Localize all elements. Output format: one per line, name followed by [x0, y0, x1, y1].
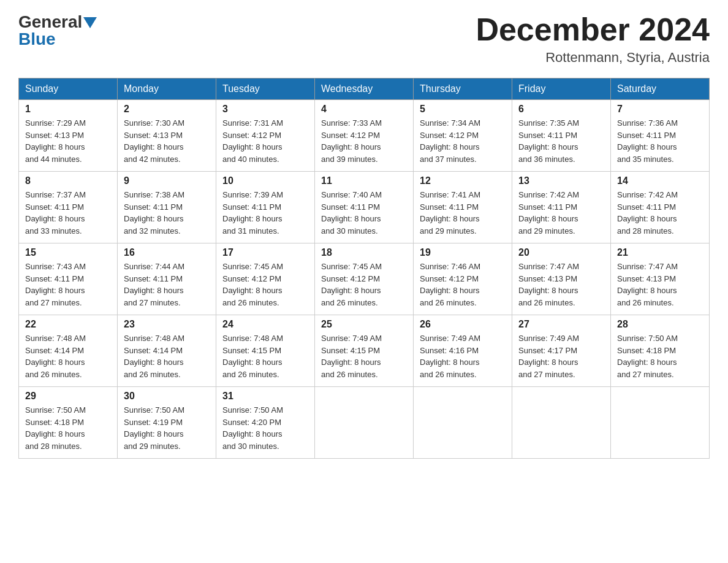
page-header: General Blue December 2024 Rottenmann, S… [18, 12, 710, 66]
day-number: 4 [321, 104, 407, 115]
day-number: 9 [124, 175, 210, 186]
day-info: Sunrise: 7:35 AM Sunset: 4:11 PM Dayligh… [518, 117, 604, 165]
calendar-cell: 14 Sunrise: 7:42 AM Sunset: 4:11 PM Dayl… [611, 172, 710, 243]
day-number: 22 [25, 319, 111, 330]
calendar-week-row: 22 Sunrise: 7:48 AM Sunset: 4:14 PM Dayl… [19, 315, 710, 387]
day-number: 13 [518, 175, 604, 186]
calendar-cell: 30 Sunrise: 7:50 AM Sunset: 4:19 PM Dayl… [118, 387, 216, 459]
day-number: 11 [321, 175, 407, 186]
calendar-cell: 8 Sunrise: 7:37 AM Sunset: 4:11 PM Dayli… [19, 172, 118, 243]
col-header-sunday: Sunday [19, 79, 118, 100]
day-info: Sunrise: 7:31 AM Sunset: 4:12 PM Dayligh… [222, 117, 308, 165]
day-info: Sunrise: 7:39 AM Sunset: 4:11 PM Dayligh… [222, 189, 308, 237]
calendar-cell: 18 Sunrise: 7:45 AM Sunset: 4:12 PM Dayl… [315, 243, 414, 315]
day-number: 26 [420, 319, 506, 330]
calendar-cell: 13 Sunrise: 7:42 AM Sunset: 4:11 PM Dayl… [512, 172, 611, 243]
calendar-cell: 7 Sunrise: 7:36 AM Sunset: 4:11 PM Dayli… [611, 100, 710, 172]
day-info: Sunrise: 7:43 AM Sunset: 4:11 PM Dayligh… [25, 261, 111, 308]
day-number: 7 [617, 104, 703, 115]
day-info: Sunrise: 7:48 AM Sunset: 4:14 PM Dayligh… [124, 332, 210, 380]
calendar-cell: 27 Sunrise: 7:49 AM Sunset: 4:17 PM Dayl… [512, 315, 611, 387]
calendar-cell: 4 Sunrise: 7:33 AM Sunset: 4:12 PM Dayli… [315, 100, 414, 172]
day-info: Sunrise: 7:33 AM Sunset: 4:12 PM Dayligh… [321, 117, 407, 165]
month-title: December 2024 [476, 12, 710, 47]
day-info: Sunrise: 7:42 AM Sunset: 4:11 PM Dayligh… [617, 189, 703, 237]
day-info: Sunrise: 7:49 AM Sunset: 4:15 PM Dayligh… [321, 332, 407, 380]
calendar-cell: 3 Sunrise: 7:31 AM Sunset: 4:12 PM Dayli… [216, 100, 315, 172]
logo-arrow-icon [83, 17, 97, 28]
day-info: Sunrise: 7:45 AM Sunset: 4:12 PM Dayligh… [222, 261, 308, 308]
day-info: Sunrise: 7:49 AM Sunset: 4:17 PM Dayligh… [518, 332, 604, 380]
svg-marker-0 [83, 17, 97, 28]
calendar-cell [611, 387, 710, 459]
day-info: Sunrise: 7:38 AM Sunset: 4:11 PM Dayligh… [124, 189, 210, 237]
calendar-cell: 10 Sunrise: 7:39 AM Sunset: 4:11 PM Dayl… [216, 172, 315, 243]
day-number: 3 [222, 104, 308, 115]
day-number: 1 [25, 104, 111, 115]
day-number: 15 [25, 247, 111, 258]
day-number: 31 [222, 391, 308, 402]
day-info: Sunrise: 7:50 AM Sunset: 4:19 PM Dayligh… [124, 404, 210, 452]
calendar-cell [414, 387, 512, 459]
day-number: 24 [222, 319, 308, 330]
calendar-cell: 17 Sunrise: 7:45 AM Sunset: 4:12 PM Dayl… [216, 243, 315, 315]
calendar-cell: 28 Sunrise: 7:50 AM Sunset: 4:18 PM Dayl… [611, 315, 710, 387]
day-info: Sunrise: 7:50 AM Sunset: 4:18 PM Dayligh… [25, 404, 111, 452]
day-number: 27 [518, 319, 604, 330]
calendar-table: SundayMondayTuesdayWednesdayThursdayFrid… [18, 78, 710, 459]
day-info: Sunrise: 7:45 AM Sunset: 4:12 PM Dayligh… [321, 261, 407, 308]
calendar-cell: 11 Sunrise: 7:40 AM Sunset: 4:11 PM Dayl… [315, 172, 414, 243]
day-info: Sunrise: 7:37 AM Sunset: 4:11 PM Dayligh… [25, 189, 111, 237]
day-info: Sunrise: 7:42 AM Sunset: 4:11 PM Dayligh… [518, 189, 604, 237]
calendar-cell: 12 Sunrise: 7:41 AM Sunset: 4:11 PM Dayl… [414, 172, 512, 243]
day-number: 12 [420, 175, 506, 186]
day-number: 20 [518, 247, 604, 258]
calendar-cell: 23 Sunrise: 7:48 AM Sunset: 4:14 PM Dayl… [118, 315, 216, 387]
day-info: Sunrise: 7:36 AM Sunset: 4:11 PM Dayligh… [617, 117, 703, 165]
calendar-cell: 5 Sunrise: 7:34 AM Sunset: 4:12 PM Dayli… [414, 100, 512, 172]
day-info: Sunrise: 7:47 AM Sunset: 4:13 PM Dayligh… [518, 261, 604, 308]
calendar-cell: 26 Sunrise: 7:49 AM Sunset: 4:16 PM Dayl… [414, 315, 512, 387]
day-info: Sunrise: 7:50 AM Sunset: 4:18 PM Dayligh… [617, 332, 703, 380]
day-number: 30 [124, 391, 210, 402]
calendar-cell: 29 Sunrise: 7:50 AM Sunset: 4:18 PM Dayl… [19, 387, 118, 459]
day-number: 5 [420, 104, 506, 115]
day-info: Sunrise: 7:47 AM Sunset: 4:13 PM Dayligh… [617, 261, 703, 308]
calendar-week-row: 29 Sunrise: 7:50 AM Sunset: 4:18 PM Dayl… [19, 387, 710, 459]
day-number: 23 [124, 319, 210, 330]
day-info: Sunrise: 7:40 AM Sunset: 4:11 PM Dayligh… [321, 189, 407, 237]
day-info: Sunrise: 7:50 AM Sunset: 4:20 PM Dayligh… [222, 404, 308, 452]
calendar-cell: 16 Sunrise: 7:44 AM Sunset: 4:11 PM Dayl… [118, 243, 216, 315]
calendar-cell: 20 Sunrise: 7:47 AM Sunset: 4:13 PM Dayl… [512, 243, 611, 315]
location-subtitle: Rottenmann, Styria, Austria [476, 50, 710, 66]
col-header-monday: Monday [118, 79, 216, 100]
calendar-cell: 6 Sunrise: 7:35 AM Sunset: 4:11 PM Dayli… [512, 100, 611, 172]
calendar-week-row: 1 Sunrise: 7:29 AM Sunset: 4:13 PM Dayli… [19, 100, 710, 172]
logo: General Blue [18, 12, 97, 49]
day-number: 21 [617, 247, 703, 258]
col-header-friday: Friday [512, 79, 611, 100]
day-number: 28 [617, 319, 703, 330]
day-number: 8 [25, 175, 111, 186]
day-info: Sunrise: 7:44 AM Sunset: 4:11 PM Dayligh… [124, 261, 210, 308]
calendar-week-row: 15 Sunrise: 7:43 AM Sunset: 4:11 PM Dayl… [19, 243, 710, 315]
day-info: Sunrise: 7:34 AM Sunset: 4:12 PM Dayligh… [420, 117, 506, 165]
logo-blue-text: Blue [18, 29, 56, 49]
day-number: 29 [25, 391, 111, 402]
calendar-cell: 24 Sunrise: 7:48 AM Sunset: 4:15 PM Dayl… [216, 315, 315, 387]
calendar-header-row: SundayMondayTuesdayWednesdayThursdayFrid… [19, 79, 710, 100]
calendar-cell: 2 Sunrise: 7:30 AM Sunset: 4:13 PM Dayli… [118, 100, 216, 172]
day-info: Sunrise: 7:29 AM Sunset: 4:13 PM Dayligh… [25, 117, 111, 165]
col-header-thursday: Thursday [414, 79, 512, 100]
col-header-saturday: Saturday [611, 79, 710, 100]
day-info: Sunrise: 7:46 AM Sunset: 4:12 PM Dayligh… [420, 261, 506, 308]
day-number: 19 [420, 247, 506, 258]
col-header-tuesday: Tuesday [216, 79, 315, 100]
calendar-cell: 31 Sunrise: 7:50 AM Sunset: 4:20 PM Dayl… [216, 387, 315, 459]
calendar-cell [315, 387, 414, 459]
calendar-cell: 22 Sunrise: 7:48 AM Sunset: 4:14 PM Dayl… [19, 315, 118, 387]
day-info: Sunrise: 7:48 AM Sunset: 4:15 PM Dayligh… [222, 332, 308, 380]
day-number: 16 [124, 247, 210, 258]
calendar-cell: 21 Sunrise: 7:47 AM Sunset: 4:13 PM Dayl… [611, 243, 710, 315]
day-number: 18 [321, 247, 407, 258]
